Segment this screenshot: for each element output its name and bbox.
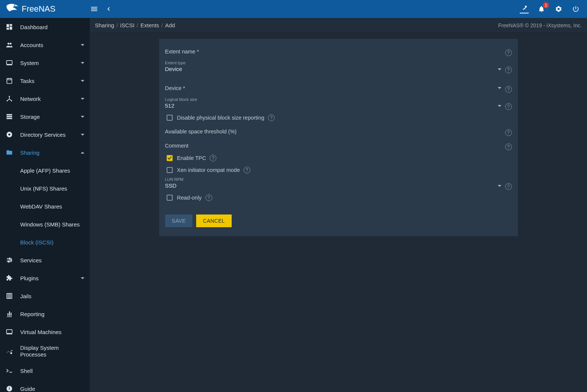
breadcrumb[interactable]: iSCSI [120,22,135,28]
system-icon [5,59,13,67]
subnav-webdav[interactable]: WebDAV Shares [0,197,90,215]
nav-reporting[interactable]: Reporting [0,305,90,323]
nav-network[interactable]: Network [0,90,90,108]
subnav-smb[interactable]: Windows (SMB) Shares [0,215,90,233]
field-label: Device * [165,83,495,93]
save-button[interactable]: SAVE [165,214,193,227]
dashboard-icon [5,23,13,31]
copyright-text: FreeNAS® © 2019 - iXsystems, Inc. [498,22,582,28]
nav-processes[interactable]: Display System Processes [0,341,90,362]
available-space-field[interactable]: Available space threshold (%) [165,126,501,136]
breadcrumb[interactable]: Sharing [95,22,114,28]
device-select[interactable]: Device * [165,83,501,93]
nav-label: Guide [20,386,84,392]
help-icon[interactable]: ? [268,114,275,121]
breadcrumb-separator: / [137,22,138,28]
help-icon[interactable]: ? [505,129,512,136]
chevron-down-icon [81,80,84,82]
subnav-label: Windows (SMB) Shares [20,221,80,228]
nav-label: System [20,60,81,66]
lun-rpm-select[interactable]: LUN RPM SSD [165,177,501,190]
nav-dashboard[interactable]: Dashboard [0,18,90,36]
back-button[interactable] [104,4,113,13]
storage-icon [5,112,13,121]
nav-sharing[interactable]: Sharing [0,143,90,161]
svg-point-1 [7,43,9,44]
help-icon[interactable]: ? [505,103,512,110]
help-icon[interactable]: ? [505,143,512,150]
subnav-label: Apple (AFP) Shares [20,167,70,174]
svg-point-15 [8,261,9,262]
cancel-button[interactable]: CANCEL [196,214,232,227]
subnav-iscsi[interactable]: Block (iSCSI) [0,233,90,251]
chevron-up-icon [81,152,84,154]
disable-pbs-checkbox[interactable] [167,115,173,121]
sharing-icon [5,148,13,157]
nav-label: Accounts [20,42,81,48]
nav-services[interactable]: Services [0,251,90,269]
help-icon[interactable]: ? [210,155,216,161]
help-icon[interactable]: ? [206,194,212,201]
nav-plugins[interactable]: Plugins [0,269,90,287]
checkbox-label: Read-only [177,195,202,201]
enable-tpc-checkbox[interactable] [167,155,173,161]
chevron-down-icon [81,62,84,64]
power-button[interactable] [571,4,580,13]
logo: FreeNAS [4,3,90,15]
breadcrumb[interactable]: Extents [140,22,159,28]
nav-label: Shell [20,368,84,374]
help-icon[interactable]: ? [505,86,512,93]
nav-tasks[interactable]: Tasks [0,72,90,90]
nav-guide[interactable]: i Guide [0,380,90,392]
field-label: Extent type [165,61,501,65]
nav-label: Plugins [20,275,81,281]
help-icon[interactable]: ? [505,67,512,73]
svg-rect-8 [7,114,12,115]
subnav-label: Unix (NFS) Shares [20,185,67,192]
nav-label: Display System Processes [20,345,84,358]
nav-accounts[interactable]: Accounts [0,36,90,54]
field-value: SSD [165,182,495,190]
svg-rect-9 [7,116,12,117]
svg-rect-17 [7,330,12,333]
nav-system[interactable]: System [0,54,90,72]
chevron-down-icon [498,68,501,70]
nav-label: Sharing [20,149,81,156]
breadcrumb[interactable]: Add [165,22,175,28]
topbar: FreeNAS 1 [0,0,587,18]
logical-block-size-select[interactable]: Logical block size 512 [165,97,501,110]
nav-shell[interactable]: Shell [0,362,90,380]
chevron-down-icon [81,134,84,136]
checkbox-label: Xen initiator compat mode [177,167,240,173]
theme-button[interactable] [520,4,529,13]
extent-name-field[interactable]: Extent name * [165,46,501,56]
directory-services-icon [5,130,13,139]
menu-toggle-button[interactable] [90,4,99,13]
help-icon[interactable]: ? [505,183,512,190]
network-icon [5,95,13,103]
logo-icon [5,3,20,15]
field-label: Extent name * [165,46,501,56]
comment-field[interactable]: Comment [165,141,501,150]
sidebar: Dashboard Accounts System Tasks Network … [0,18,90,392]
help-icon[interactable]: ? [244,167,250,173]
nav-jails[interactable]: Jails [0,287,90,305]
subnav-nfs[interactable]: Unix (NFS) Shares [0,179,90,197]
read-only-checkbox[interactable] [167,195,173,201]
chevron-down-icon [81,44,84,46]
settings-button[interactable] [554,4,563,13]
subnav-afp[interactable]: Apple (AFP) Shares [0,161,90,179]
svg-point-14 [10,259,12,260]
field-value: Device [165,65,495,73]
svg-point-2 [10,43,12,44]
help-icon[interactable]: ? [505,49,512,56]
nav-vm[interactable]: Virtual Machines [0,323,90,341]
main-area: Sharing / iSCSI / Extents / Add FreeNAS®… [90,18,587,392]
extent-type-select[interactable]: Extent type Device [165,61,501,73]
nav-directory-services[interactable]: Directory Services [0,126,90,143]
tasks-icon [5,77,13,85]
notifications-button[interactable]: 1 [537,4,546,13]
field-label: Comment [165,141,501,150]
nav-storage[interactable]: Storage [0,108,90,126]
xen-compat-checkbox[interactable] [167,167,173,173]
